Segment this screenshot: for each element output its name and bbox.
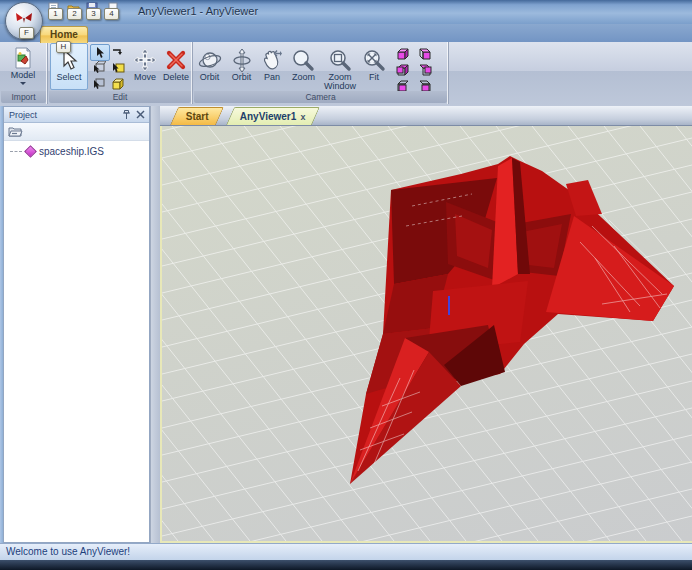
delete-button-label: Delete [163, 73, 189, 82]
model-dropdown-caret-icon [20, 82, 26, 85]
yellow-cube-icon [111, 77, 126, 91]
cursor-wire-box-icon [92, 61, 106, 74]
tree-item-label: spaceship.IGS [39, 146, 104, 157]
view-cube-front-icon [396, 47, 411, 61]
model-import-icon [13, 45, 33, 71]
view-cube-right-icon [417, 63, 432, 77]
home-tab-keytip: H [56, 41, 71, 53]
pan-button-label: Pan [264, 73, 280, 82]
pan-hand-icon [260, 47, 284, 73]
3d-scene [162, 126, 692, 541]
tree-branch-line [10, 151, 22, 152]
document-tab-strip: Start AnyViewer1 x [160, 106, 692, 126]
ribbon-group-import: Model Import [0, 42, 48, 104]
view-right-button[interactable] [414, 62, 434, 77]
view-left-button[interactable] [393, 62, 413, 77]
status-message: Welcome to use AnyViewer! [6, 546, 130, 557]
cursor-yellow-box-icon [111, 61, 125, 74]
tab-start-label: Start [185, 111, 208, 122]
orb-keytip: F [19, 27, 34, 39]
edit-group-label: Edit [49, 91, 191, 103]
ribbon: Model Import Select [0, 42, 692, 107]
orbit-axis-button-label: Orbit [232, 73, 252, 82]
project-panel-toolbar [4, 123, 149, 141]
select-button-label: Select [56, 73, 81, 82]
project-tree: spaceship.IGS [4, 140, 149, 157]
model-button-label: Model [11, 71, 36, 80]
select-flick-mode-button[interactable] [109, 44, 127, 59]
select-solidbox-mode-button[interactable] [109, 60, 127, 75]
zoom-window-icon [329, 47, 352, 73]
view-back-button[interactable] [414, 46, 434, 61]
tab-close-icon[interactable]: x [301, 112, 306, 122]
orbit-sphere-icon [197, 47, 223, 73]
tab-anyviewer1[interactable]: AnyViewer1 x [226, 107, 320, 125]
ribbon-group-camera: Orbit Orbit Pan [193, 42, 449, 104]
window-title: AnyViewer1 - AnyViewer [138, 5, 258, 17]
qat-keytip-3: 3 [86, 8, 101, 20]
zoom-button-label: Zoom [292, 73, 315, 82]
viewport-canvas[interactable] [160, 126, 692, 543]
fit-button-label: Fit [369, 73, 379, 82]
flick-line-icon [112, 47, 124, 57]
import-group-label: Import [1, 91, 46, 103]
zoom-window-button-label: Zoom Window [321, 73, 359, 91]
status-bar: Welcome to use AnyViewer! [0, 543, 692, 560]
select-wirebox-mode-button[interactable] [90, 60, 108, 75]
model-gem-icon [24, 145, 37, 158]
project-panel-header: Project [4, 107, 149, 123]
window-bottom-edge [0, 560, 692, 570]
select-wirebox2-mode-button[interactable] [90, 76, 108, 91]
select-pointer-mode-button[interactable] [90, 44, 110, 61]
pin-icon[interactable] [122, 110, 131, 120]
tab-start[interactable]: Start [170, 107, 224, 125]
collapse-folder-icon[interactable] [8, 125, 23, 137]
move-arrows-icon [133, 47, 157, 73]
camera-group-label: Camera [194, 91, 447, 103]
cursor-wire-box2-icon [92, 77, 106, 90]
select-volume-mode-button[interactable] [109, 76, 127, 91]
panel-close-icon[interactable] [136, 110, 145, 119]
qat-keytip-2: 2 [67, 8, 82, 20]
move-button-label: Move [134, 73, 156, 82]
view-cube-left-icon [396, 63, 411, 77]
ribbon-tab-row [0, 24, 692, 42]
view-front-button[interactable] [393, 46, 413, 61]
panel-splitter[interactable] [150, 106, 160, 543]
project-panel-title: Project [9, 110, 37, 120]
fit-magnifier-icon [363, 47, 386, 73]
qat-keytip-4: 4 [104, 8, 119, 20]
tree-item-spaceship[interactable]: spaceship.IGS [4, 140, 149, 157]
orbit-button-label: Orbit [200, 73, 220, 82]
orbit-axis-icon [231, 47, 253, 73]
model-button[interactable]: Model [0, 42, 46, 85]
spaceship-model [350, 156, 674, 484]
qat-keytip-1: 1 [48, 8, 63, 20]
app-logo-icon [14, 11, 34, 25]
pointer-icon [95, 47, 106, 59]
view-cube-back-icon [417, 47, 432, 61]
tab-anyviewer1-label: AnyViewer1 [240, 111, 297, 122]
delete-x-icon [165, 47, 187, 73]
project-panel: Project spaceship.IGS [3, 106, 150, 543]
zoom-magnifier-icon [292, 47, 315, 73]
